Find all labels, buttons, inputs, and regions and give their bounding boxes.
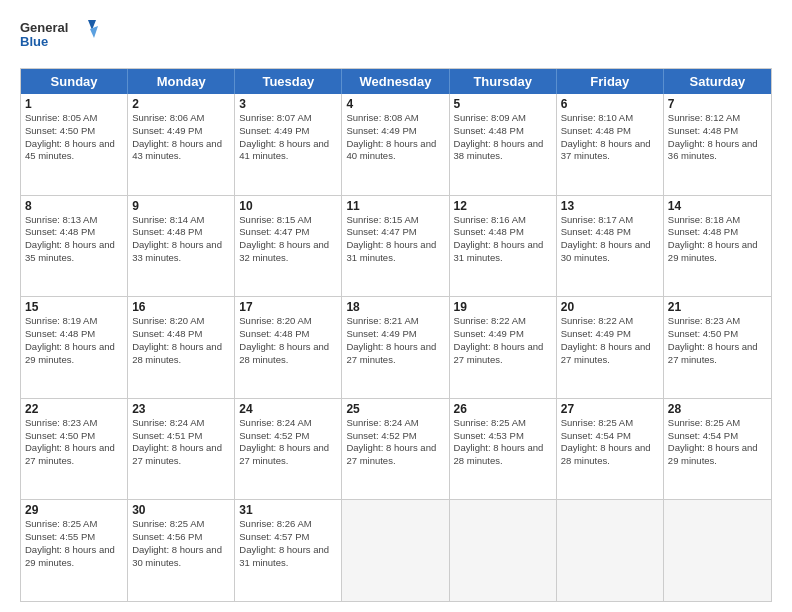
day-number: 4 xyxy=(346,97,444,111)
calendar-cell: 26 Sunrise: 8:25 AM Sunset: 4:53 PM Dayl… xyxy=(450,399,557,500)
calendar-cell: 27 Sunrise: 8:25 AM Sunset: 4:54 PM Dayl… xyxy=(557,399,664,500)
sunset-line: Sunset: 4:48 PM xyxy=(454,226,552,239)
day-number: 23 xyxy=(132,402,230,416)
sunset-line: Sunset: 4:49 PM xyxy=(239,125,337,138)
calendar-cell: 17 Sunrise: 8:20 AM Sunset: 4:48 PM Dayl… xyxy=(235,297,342,398)
day-number: 10 xyxy=(239,199,337,213)
sunset-line: Sunset: 4:48 PM xyxy=(239,328,337,341)
daylight-line: Daylight: 8 hours and 31 minutes. xyxy=(454,239,552,265)
daylight-line: Daylight: 8 hours and 36 minutes. xyxy=(668,138,767,164)
header: General Blue xyxy=(20,16,772,58)
day-number: 20 xyxy=(561,300,659,314)
calendar-cell: 28 Sunrise: 8:25 AM Sunset: 4:54 PM Dayl… xyxy=(664,399,771,500)
day-number: 7 xyxy=(668,97,767,111)
daylight-line: Daylight: 8 hours and 27 minutes. xyxy=(668,341,767,367)
daylight-line: Daylight: 8 hours and 41 minutes. xyxy=(239,138,337,164)
sunset-line: Sunset: 4:47 PM xyxy=(346,226,444,239)
day-number: 24 xyxy=(239,402,337,416)
sunrise-line: Sunrise: 8:17 AM xyxy=(561,214,659,227)
logo-svg: General Blue xyxy=(20,16,100,58)
day-number: 18 xyxy=(346,300,444,314)
logo: General Blue xyxy=(20,16,100,58)
day-number: 6 xyxy=(561,97,659,111)
calendar-cell: 4 Sunrise: 8:08 AM Sunset: 4:49 PM Dayli… xyxy=(342,94,449,195)
daylight-line: Daylight: 8 hours and 31 minutes. xyxy=(346,239,444,265)
daylight-line: Daylight: 8 hours and 27 minutes. xyxy=(25,442,123,468)
calendar-cell: 6 Sunrise: 8:10 AM Sunset: 4:48 PM Dayli… xyxy=(557,94,664,195)
sunset-line: Sunset: 4:50 PM xyxy=(25,125,123,138)
sunrise-line: Sunrise: 8:22 AM xyxy=(561,315,659,328)
sunset-line: Sunset: 4:56 PM xyxy=(132,531,230,544)
calendar-cell: 25 Sunrise: 8:24 AM Sunset: 4:52 PM Dayl… xyxy=(342,399,449,500)
calendar-cell: 18 Sunrise: 8:21 AM Sunset: 4:49 PM Dayl… xyxy=(342,297,449,398)
sunset-line: Sunset: 4:49 PM xyxy=(132,125,230,138)
day-number: 9 xyxy=(132,199,230,213)
day-number: 17 xyxy=(239,300,337,314)
daylight-line: Daylight: 8 hours and 28 minutes. xyxy=(454,442,552,468)
daylight-line: Daylight: 8 hours and 27 minutes. xyxy=(346,442,444,468)
calendar-cell: 13 Sunrise: 8:17 AM Sunset: 4:48 PM Dayl… xyxy=(557,196,664,297)
sunrise-line: Sunrise: 8:18 AM xyxy=(668,214,767,227)
calendar-cell: 20 Sunrise: 8:22 AM Sunset: 4:49 PM Dayl… xyxy=(557,297,664,398)
sunset-line: Sunset: 4:48 PM xyxy=(561,226,659,239)
daylight-line: Daylight: 8 hours and 38 minutes. xyxy=(454,138,552,164)
sunrise-line: Sunrise: 8:20 AM xyxy=(239,315,337,328)
svg-text:Blue: Blue xyxy=(20,34,48,49)
sunset-line: Sunset: 4:51 PM xyxy=(132,430,230,443)
sunset-line: Sunset: 4:48 PM xyxy=(668,226,767,239)
sunrise-line: Sunrise: 8:26 AM xyxy=(239,518,337,531)
sunrise-line: Sunrise: 8:24 AM xyxy=(132,417,230,430)
sunset-line: Sunset: 4:48 PM xyxy=(25,328,123,341)
sunset-line: Sunset: 4:52 PM xyxy=(239,430,337,443)
sunset-line: Sunset: 4:48 PM xyxy=(561,125,659,138)
weekday-header: Monday xyxy=(128,69,235,94)
sunset-line: Sunset: 4:48 PM xyxy=(132,226,230,239)
sunrise-line: Sunrise: 8:21 AM xyxy=(346,315,444,328)
calendar-cell: 22 Sunrise: 8:23 AM Sunset: 4:50 PM Dayl… xyxy=(21,399,128,500)
sunrise-line: Sunrise: 8:15 AM xyxy=(346,214,444,227)
calendar-cell: 21 Sunrise: 8:23 AM Sunset: 4:50 PM Dayl… xyxy=(664,297,771,398)
weekday-header: Thursday xyxy=(450,69,557,94)
daylight-line: Daylight: 8 hours and 27 minutes. xyxy=(132,442,230,468)
calendar-cell: 7 Sunrise: 8:12 AM Sunset: 4:48 PM Dayli… xyxy=(664,94,771,195)
sunrise-line: Sunrise: 8:09 AM xyxy=(454,112,552,125)
daylight-line: Daylight: 8 hours and 35 minutes. xyxy=(25,239,123,265)
calendar-cell xyxy=(450,500,557,601)
sunset-line: Sunset: 4:49 PM xyxy=(561,328,659,341)
calendar-header: SundayMondayTuesdayWednesdayThursdayFrid… xyxy=(21,69,771,94)
sunset-line: Sunset: 4:47 PM xyxy=(239,226,337,239)
day-number: 5 xyxy=(454,97,552,111)
calendar-cell: 30 Sunrise: 8:25 AM Sunset: 4:56 PM Dayl… xyxy=(128,500,235,601)
day-number: 25 xyxy=(346,402,444,416)
sunrise-line: Sunrise: 8:06 AM xyxy=(132,112,230,125)
day-number: 3 xyxy=(239,97,337,111)
daylight-line: Daylight: 8 hours and 30 minutes. xyxy=(132,544,230,570)
day-number: 22 xyxy=(25,402,123,416)
daylight-line: Daylight: 8 hours and 29 minutes. xyxy=(25,544,123,570)
sunrise-line: Sunrise: 8:12 AM xyxy=(668,112,767,125)
calendar-cell: 14 Sunrise: 8:18 AM Sunset: 4:48 PM Dayl… xyxy=(664,196,771,297)
day-number: 30 xyxy=(132,503,230,517)
page: General Blue SundayMondayTuesdayWednesda… xyxy=(0,0,792,612)
calendar-cell: 11 Sunrise: 8:15 AM Sunset: 4:47 PM Dayl… xyxy=(342,196,449,297)
sunset-line: Sunset: 4:48 PM xyxy=(668,125,767,138)
sunrise-line: Sunrise: 8:22 AM xyxy=(454,315,552,328)
day-number: 8 xyxy=(25,199,123,213)
daylight-line: Daylight: 8 hours and 28 minutes. xyxy=(561,442,659,468)
calendar-week-row: 15 Sunrise: 8:19 AM Sunset: 4:48 PM Dayl… xyxy=(21,296,771,398)
weekday-header: Tuesday xyxy=(235,69,342,94)
calendar-cell: 24 Sunrise: 8:24 AM Sunset: 4:52 PM Dayl… xyxy=(235,399,342,500)
calendar-cell xyxy=(342,500,449,601)
calendar-cell: 16 Sunrise: 8:20 AM Sunset: 4:48 PM Dayl… xyxy=(128,297,235,398)
daylight-line: Daylight: 8 hours and 43 minutes. xyxy=(132,138,230,164)
sunrise-line: Sunrise: 8:23 AM xyxy=(668,315,767,328)
day-number: 26 xyxy=(454,402,552,416)
day-number: 11 xyxy=(346,199,444,213)
day-number: 13 xyxy=(561,199,659,213)
calendar-week-row: 29 Sunrise: 8:25 AM Sunset: 4:55 PM Dayl… xyxy=(21,499,771,601)
sunset-line: Sunset: 4:53 PM xyxy=(454,430,552,443)
sunrise-line: Sunrise: 8:10 AM xyxy=(561,112,659,125)
daylight-line: Daylight: 8 hours and 28 minutes. xyxy=(132,341,230,367)
sunrise-line: Sunrise: 8:15 AM xyxy=(239,214,337,227)
calendar-cell: 15 Sunrise: 8:19 AM Sunset: 4:48 PM Dayl… xyxy=(21,297,128,398)
